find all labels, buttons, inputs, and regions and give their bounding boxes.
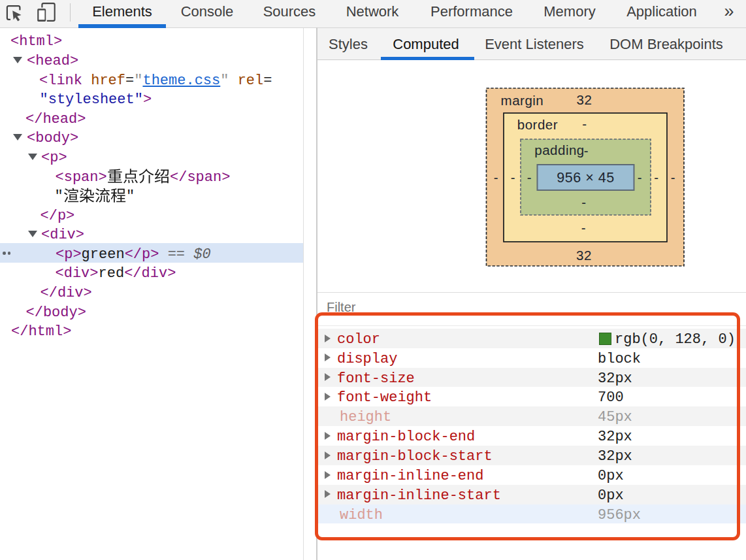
svg-text:margin: margin [501,93,544,108]
svg-text:-: - [654,170,658,185]
svg-text:956 × 45: 956 × 45 [557,170,614,186]
svg-text:-: - [584,143,589,158]
svg-text:32: 32 [577,92,592,107]
svg-text:-: - [638,170,642,185]
svg-text:32: 32 [576,248,592,263]
svg-text:-: - [527,170,532,185]
svg-text:-: - [581,220,586,235]
svg-text:-: - [494,170,498,185]
svg-text:-: - [511,170,515,185]
svg-text:-: - [582,116,587,131]
svg-text:-: - [671,170,675,185]
svg-text:padding: padding [534,142,584,157]
svg-text:-: - [581,195,586,210]
svg-text:border: border [517,117,558,132]
